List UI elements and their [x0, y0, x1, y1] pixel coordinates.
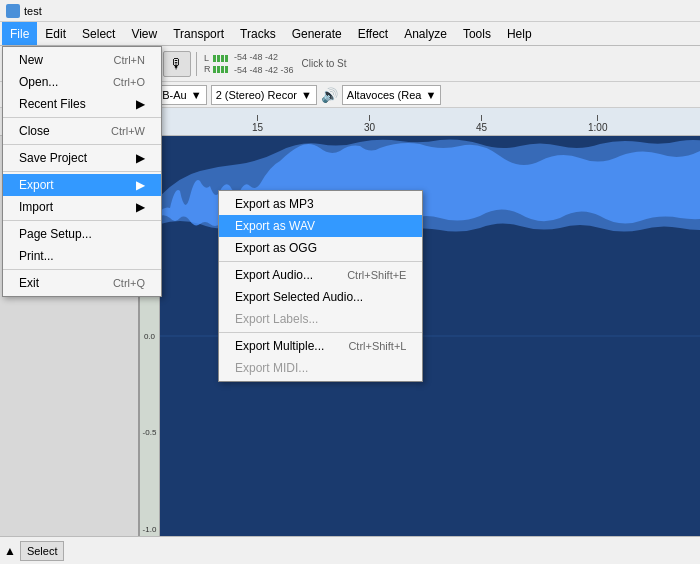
file-recent[interactable]: Recent Files ▶ [3, 93, 161, 115]
mic-button[interactable]: 🎙 [163, 51, 191, 77]
file-divider-1 [3, 117, 161, 118]
export-labels-label: Export Labels... [235, 312, 318, 326]
file-new-label: New [19, 53, 43, 67]
click-to-start-label: Click to St [302, 58, 347, 69]
timeline-tick-30: 30 [364, 115, 375, 133]
file-page-setup-label: Page Setup... [19, 227, 92, 241]
level-R-label: R [204, 64, 212, 74]
select-button[interactable]: Select [20, 541, 65, 561]
file-open-label: Open... [19, 75, 58, 89]
file-export[interactable]: Export ▶ [3, 174, 161, 196]
file-divider-3 [3, 171, 161, 172]
export-mp3-label: Export as MP3 [235, 197, 314, 211]
menu-help[interactable]: Help [499, 22, 540, 45]
playback-device-select[interactable]: Altavoces (Rea ▼ [342, 85, 441, 105]
file-recent-label: Recent Files [19, 97, 86, 111]
export-midi-label: Export MIDI... [235, 361, 308, 375]
file-divider-4 [3, 220, 161, 221]
file-export-arrow: ▶ [136, 178, 145, 192]
timeline-tick-15: 15 [252, 115, 263, 133]
export-multiple-shortcut: Ctrl+Shift+L [348, 340, 406, 352]
arrow-icon: ▲ [4, 544, 16, 558]
export-midi: Export MIDI... [219, 357, 422, 379]
file-export-label: Export [19, 178, 54, 192]
file-save-label: Save Project [19, 151, 87, 165]
file-close-label: Close [19, 124, 50, 138]
level-L-label: L [204, 53, 212, 63]
file-recent-arrow: ▶ [136, 97, 145, 111]
file-divider-5 [3, 269, 161, 270]
file-print-label: Print... [19, 249, 54, 263]
window-title: test [24, 5, 42, 17]
toolbar-separator-2 [196, 52, 197, 76]
export-labels: Export Labels... [219, 308, 422, 330]
file-new-shortcut: Ctrl+N [114, 54, 145, 66]
level-meter-area: L R [204, 53, 228, 74]
menu-bar: File Edit Select View Transport Tracks G… [0, 22, 700, 46]
file-close-shortcut: Ctrl+W [111, 125, 145, 137]
menu-select[interactable]: Select [74, 22, 123, 45]
level-scale-bottom: -54 -48 -42 -36 [234, 65, 294, 75]
export-audio[interactable]: Export Audio... Ctrl+Shift+E [219, 264, 422, 286]
playback-device-label: Altavoces (Rea [347, 89, 422, 101]
file-import-label: Import [19, 200, 53, 214]
menu-edit[interactable]: Edit [37, 22, 74, 45]
export-wav[interactable]: Export as WAV [219, 215, 422, 237]
file-save-project[interactable]: Save Project ▶ [3, 147, 161, 169]
title-bar: test [0, 0, 700, 22]
menu-tools[interactable]: Tools [455, 22, 499, 45]
file-menu-dropdown: New Ctrl+N Open... Ctrl+O Recent Files ▶… [2, 46, 162, 297]
y-label-4: -0.5 [143, 428, 157, 437]
menu-analyze[interactable]: Analyze [396, 22, 455, 45]
file-exit[interactable]: Exit Ctrl+Q [3, 272, 161, 294]
menu-view[interactable]: View [123, 22, 165, 45]
file-page-setup[interactable]: Page Setup... [3, 223, 161, 245]
input-device-arrow: ▼ [301, 89, 312, 101]
file-close[interactable]: Close Ctrl+W [3, 120, 161, 142]
export-submenu: Export as MP3 Export as WAV Export as OG… [218, 190, 423, 382]
level-scale-top: -54 -48 -42 [234, 52, 294, 62]
file-print[interactable]: Print... [3, 245, 161, 267]
export-multiple[interactable]: Export Multiple... Ctrl+Shift+L [219, 335, 422, 357]
export-wav-label: Export as WAV [235, 219, 315, 233]
file-exit-label: Exit [19, 276, 39, 290]
y-label-3: 0.0 [144, 332, 155, 341]
export-selected-audio-label: Export Selected Audio... [235, 290, 363, 304]
file-open-shortcut: Ctrl+O [113, 76, 145, 88]
menu-tracks[interactable]: Tracks [232, 22, 284, 45]
file-import[interactable]: Import ▶ [3, 196, 161, 218]
input-device-select[interactable]: 2 (Stereo) Recor ▼ [211, 85, 317, 105]
export-ogg-label: Export as OGG [235, 241, 317, 255]
playback-device-arrow: ▼ [425, 89, 436, 101]
export-ogg[interactable]: Export as OGG [219, 237, 422, 259]
menu-transport[interactable]: Transport [165, 22, 232, 45]
menu-generate[interactable]: Generate [284, 22, 350, 45]
app-icon [6, 4, 20, 18]
timeline-tick-45: 45 [476, 115, 487, 133]
export-divider-1 [219, 261, 422, 262]
level-scale: -54 -48 -42 -54 -48 -42 -36 [234, 52, 294, 75]
output-device-arrow: ▼ [191, 89, 202, 101]
export-audio-shortcut: Ctrl+Shift+E [347, 269, 406, 281]
file-exit-shortcut: Ctrl+Q [113, 277, 145, 289]
menu-effect[interactable]: Effect [350, 22, 396, 45]
file-import-arrow: ▶ [136, 200, 145, 214]
speaker-icon: 🔊 [321, 87, 338, 103]
input-device-label: 2 (Stereo) Recor [216, 89, 297, 101]
file-divider-2 [3, 144, 161, 145]
export-divider-2 [219, 332, 422, 333]
level-meter-L: L [204, 53, 228, 63]
y-label-5: -1.0 [143, 525, 157, 534]
level-meter-R: R [204, 64, 228, 74]
bottom-bar: ▲ Select [0, 536, 700, 564]
export-audio-label: Export Audio... [235, 268, 313, 282]
export-multiple-label: Export Multiple... [235, 339, 324, 353]
file-open[interactable]: Open... Ctrl+O [3, 71, 161, 93]
file-save-arrow: ▶ [136, 151, 145, 165]
timeline-tick-100: 1:00 [588, 115, 607, 133]
timeline-ruler[interactable]: 15 30 45 1:00 [140, 108, 700, 135]
menu-file[interactable]: File [2, 22, 37, 45]
export-selected-audio[interactable]: Export Selected Audio... [219, 286, 422, 308]
export-mp3[interactable]: Export as MP3 [219, 193, 422, 215]
file-new[interactable]: New Ctrl+N [3, 49, 161, 71]
